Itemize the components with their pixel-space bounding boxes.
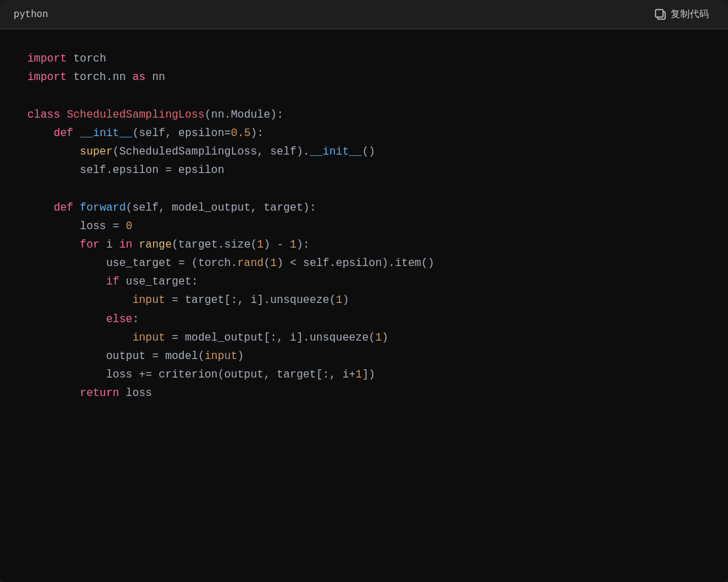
blank-line: [27, 87, 701, 105]
copy-label: 复制代码: [671, 8, 709, 21]
copy-icon: [654, 8, 666, 21]
code-line: def forward(self, model_output, target):: [27, 199, 701, 217]
code-line: return loss: [27, 384, 701, 403]
code-line: output = model(input): [27, 347, 701, 366]
blank-line: [27, 180, 701, 198]
code-line: self.epsilon = epsilon: [27, 161, 701, 180]
copy-svg-icon: [654, 8, 666, 21]
code-line: loss = 0: [27, 217, 701, 236]
code-line: input = model_output[:, i].unsqueeze(1): [27, 329, 701, 347]
code-body: import torch import torch.nn as nn class…: [0, 29, 728, 424]
code-line: def __init__(self, epsilon=0.5):: [27, 124, 701, 143]
code-line: import torch: [27, 50, 701, 68]
code-line: loss += criterion(output, target[:, i+1]…: [27, 366, 701, 384]
code-container: python 复制代码 import torch import torch.nn…: [0, 0, 728, 582]
code-line: if use_target:: [27, 273, 701, 291]
code-line: import torch.nn as nn: [27, 68, 701, 87]
code-line: use_target = (torch.rand(1) < self.epsil…: [27, 254, 701, 273]
code-line: input = target[:, i].unsqueeze(1): [27, 291, 701, 310]
svg-rect-1: [656, 10, 663, 17]
code-line: class ScheduledSamplingLoss(nn.Module):: [27, 106, 701, 124]
code-header: python 复制代码: [0, 0, 728, 29]
language-label: python: [14, 9, 48, 20]
copy-button[interactable]: 复制代码: [649, 5, 714, 23]
code-line: for i in range(target.size(1) - 1):: [27, 236, 701, 254]
code-line: super(ScheduledSamplingLoss, self).__ini…: [27, 143, 701, 161]
code-line: else:: [27, 310, 701, 329]
